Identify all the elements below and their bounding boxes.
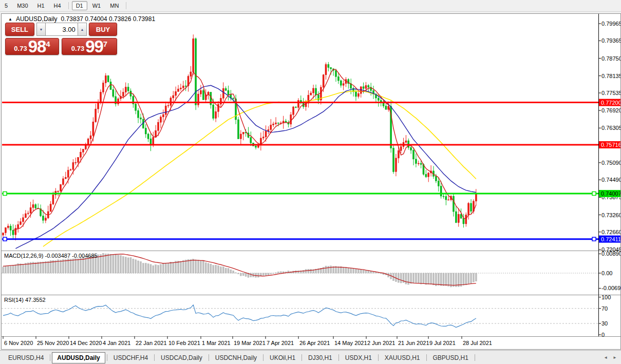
volume-increase-button[interactable]: ▲: [78, 23, 87, 36]
tab-divider: [302, 354, 302, 361]
svg-text:0.008903: 0.008903: [601, 251, 620, 257]
horizontal-lines-layer: [2, 103, 598, 241]
moving-averages-layer: [13, 69, 476, 248]
buy-price-display[interactable]: 0.73 99 7: [62, 38, 117, 55]
tab-divider: [154, 354, 155, 361]
timeframe-button-M30[interactable]: M30: [13, 1, 32, 10]
sell-price-base: 0.73: [14, 44, 27, 54]
chart-tab-dj30-h1[interactable]: DJ30,H1: [304, 353, 337, 363]
svg-text:0.76920: 0.76920: [601, 107, 620, 113]
svg-text:70: 70: [601, 305, 608, 312]
chart-tab-audusd-daily[interactable]: AUDUSD,Daily: [52, 352, 105, 363]
chart-canvas[interactable]: 0.799650.793650.787500.781350.775350.769…: [2, 14, 620, 349]
tab-scroll-left-icon[interactable]: ◄: [604, 355, 608, 360]
volume-input[interactable]: 3.00: [46, 23, 78, 36]
tab-divider: [338, 354, 339, 361]
svg-text:0.77535: 0.77535: [601, 90, 620, 96]
rsi-pane: 10070300: [2, 294, 611, 338]
svg-text:0.76305: 0.76305: [601, 125, 620, 131]
rsi-indicator-label: RSI(14) 47.3552: [4, 297, 46, 303]
tab-divider: [209, 354, 209, 361]
collapse-panel-icon[interactable]: ▲: [8, 17, 12, 22]
svg-text:0.78750: 0.78750: [601, 55, 620, 62]
chart-window[interactable]: 0.799650.793650.787500.781350.775350.769…: [1, 13, 621, 350]
one-click-trading-panel: SELL ▼ 3.00 ▲ BUY 0.73 98 4 0.73 99 7: [5, 23, 117, 55]
chart-tab-bar: EURUSD,H4AUDUSD,DailyUSDCHF,H4USDCAD,Dai…: [0, 350, 621, 364]
timeframe-toolbar: 5M30H1H4D1W1MN: [0, 0, 621, 12]
svg-text:0.73260: 0.73260: [601, 212, 620, 218]
timeframe-button-MN[interactable]: MN: [106, 1, 123, 10]
svg-text:0.74007: 0.74007: [601, 190, 620, 197]
volume-decrease-button[interactable]: ▼: [36, 23, 46, 36]
sell-price-big: 98: [28, 39, 46, 54]
tab-divider: [263, 354, 264, 361]
sell-price-pip: 4: [46, 42, 50, 47]
svg-text:9 Jul 2021: 9 Jul 2021: [429, 340, 456, 346]
sell-price-display[interactable]: 0.73 98 4: [5, 38, 59, 55]
svg-text:26 Apr 2021: 26 Apr 2021: [299, 340, 330, 346]
timeframe-button-5[interactable]: 5: [1, 1, 12, 10]
svg-text:1 Mar 2021: 1 Mar 2021: [202, 340, 231, 346]
chart-tab-usdcnh-daily[interactable]: USDCNH,Daily: [211, 353, 261, 363]
hline-handle[interactable]: [3, 237, 7, 241]
sell-button[interactable]: SELL: [5, 23, 34, 36]
hline-handle[interactable]: [592, 237, 596, 241]
svg-text:0.75090: 0.75090: [601, 160, 620, 166]
hline-handle[interactable]: [3, 192, 7, 196]
chart-tab-usdx-h1[interactable]: USDX,H1: [341, 353, 377, 363]
svg-text:14 May 2021: 14 May 2021: [334, 340, 367, 346]
buy-price-pip: 7: [103, 42, 107, 47]
chart-tab-usdchf-h4[interactable]: USDCHF,H4: [109, 353, 153, 363]
svg-text:14 Dec 2020: 14 Dec 2020: [70, 340, 102, 346]
ohlc-values: 0.73837 0.74004 0.73826 0.73981: [61, 15, 156, 23]
svg-text:28 Jul 2021: 28 Jul 2021: [463, 340, 492, 346]
svg-text:7 Apr 2021: 7 Apr 2021: [267, 340, 294, 346]
tab-divider: [475, 354, 475, 361]
tab-scroll-right-icon[interactable]: ►: [613, 355, 617, 360]
svg-text:2 Jun 2021: 2 Jun 2021: [367, 340, 395, 346]
svg-text:0: 0: [601, 332, 605, 338]
svg-text:22 Jan 2021: 22 Jan 2021: [136, 340, 167, 346]
toolbar-separator: [126, 2, 126, 9]
timeframe-button-H1[interactable]: H1: [33, 1, 49, 10]
hline-handle[interactable]: [592, 192, 596, 196]
tab-divider: [50, 354, 50, 361]
svg-text:0.79365: 0.79365: [601, 37, 620, 44]
price-axis: 0.799650.793650.787500.781350.775350.769…: [598, 21, 620, 253]
svg-text:0.72411: 0.72411: [601, 236, 620, 242]
tab-divider: [378, 354, 379, 361]
timeframe-button-W1[interactable]: W1: [88, 1, 105, 10]
chart-tab-xauusd-h1[interactable]: XAUUSD,H1: [380, 353, 425, 363]
svg-text:6 Nov 2020: 6 Nov 2020: [4, 340, 33, 346]
svg-text:100: 100: [601, 294, 611, 300]
svg-text:4 Jan 2021: 4 Jan 2021: [103, 340, 130, 346]
mt4-window: 5M30H1H4D1W1MN 0.799650.793650.787500.78…: [0, 0, 621, 364]
timeframe-button-D1[interactable]: D1: [72, 1, 87, 10]
svg-text:0.75716: 0.75716: [601, 142, 620, 148]
chart-tab-eurusd-h4[interactable]: EURUSD,H4: [4, 353, 48, 363]
time-axis: 6 Nov 202025 Nov 202014 Dec 20204 Jan 20…: [3, 336, 492, 346]
tab-divider: [426, 354, 427, 361]
buy-price-base: 0.73: [71, 44, 84, 54]
buy-button[interactable]: BUY: [89, 23, 117, 36]
svg-text:0.74490: 0.74490: [601, 177, 620, 183]
macd-indicator-label: MACD(12,26,9) -0.003487 -0.004685: [4, 253, 98, 259]
svg-text:0.72660: 0.72660: [601, 229, 620, 235]
chart-tab-gbpusd-h1[interactable]: GBPUSD,H1: [428, 353, 473, 363]
tab-divider: [107, 354, 107, 361]
chart-title: ▲ AUDUSD,Daily 0.73837 0.74004 0.73826 0…: [8, 15, 155, 23]
candles-layer: [3, 34, 477, 240]
symbol-label: AUDUSD,Daily: [16, 15, 58, 23]
pane-borders: [2, 14, 620, 337]
svg-text:0.00: 0.00: [601, 270, 612, 276]
buy-price-big: 99: [85, 39, 103, 54]
svg-text:21 Jun 2021: 21 Jun 2021: [398, 340, 429, 346]
svg-text:0.78135: 0.78135: [601, 73, 620, 79]
svg-text:25 Nov 2020: 25 Nov 2020: [37, 340, 69, 346]
chart-tab-ukoil-h1[interactable]: UKOil,H1: [265, 353, 300, 363]
chart-tab-usdcad-daily[interactable]: USDCAD,Daily: [156, 353, 207, 363]
svg-text:0.77200: 0.77200: [601, 100, 620, 106]
svg-text:-0.006977: -0.006977: [601, 285, 620, 291]
svg-text:10 Feb 2021: 10 Feb 2021: [168, 340, 200, 346]
timeframe-button-H4[interactable]: H4: [50, 1, 65, 10]
